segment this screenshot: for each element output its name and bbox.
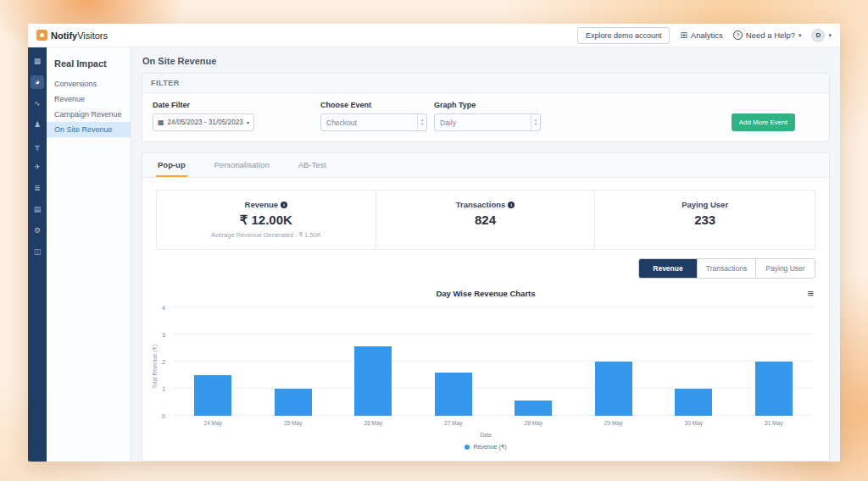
user-menu[interactable]: D ▾ — [811, 29, 832, 42]
image-icon[interactable]: ▤ — [31, 202, 44, 216]
chart-context-menu-icon[interactable]: ≡ — [807, 287, 814, 300]
plot-area: 01234 — [173, 307, 814, 416]
sidebar-item-campaign-revenue[interactable]: Campaign Revenue — [47, 107, 131, 122]
metric-toggle-group: RevenueTransactionsPaying User — [638, 258, 815, 279]
toggle-transactions-button[interactable]: Transactions — [698, 259, 756, 278]
grid-icon[interactable]: ▦ — [31, 54, 44, 68]
x-tick-label: 26 May — [333, 420, 414, 426]
settings-icon[interactable]: ⚙ — [31, 224, 44, 237]
sidebar-item-revenue[interactable]: Revenue — [47, 91, 131, 107]
tab-personalisation[interactable]: Personalisation — [213, 153, 271, 177]
bar-cell — [654, 307, 734, 416]
stat-label: Paying User — [602, 200, 808, 209]
trends-icon[interactable]: ∿ — [31, 97, 44, 110]
bar-cell — [414, 307, 494, 416]
bar[interactable] — [755, 362, 793, 416]
bar-chart: Total Revenue (₹) 01234 24 May25 May26 M… — [151, 307, 814, 426]
date-range-value: 24/05/2023 - 31/05/2023 — [168, 119, 243, 126]
topbar-actions: Explore demo account ⊞ Analytics ? Need … — [577, 27, 832, 44]
info-icon[interactable]: i — [508, 202, 515, 208]
graph-type-field: Graph Type Daily ▲▼ — [434, 101, 541, 131]
bar-cell — [333, 307, 414, 416]
page-title: On Site Revenue — [131, 47, 840, 73]
stat-transactions: Transactionsi824 — [376, 191, 596, 249]
x-tick-label: 28 May — [493, 420, 574, 426]
analytics-menu[interactable]: ⊞ Analytics — [680, 30, 722, 40]
stat-label: Transactionsi — [383, 200, 588, 209]
icon-rail: ▦◕∿♟╥✈≣▤⚙◫ — [28, 47, 47, 462]
users-icon[interactable]: ♟ — [31, 118, 44, 131]
logo[interactable]: NotifyVisitors — [36, 30, 108, 41]
filter-title: FILTER — [142, 74, 829, 93]
x-tick-label: 30 May — [654, 420, 734, 426]
report-tabs: Pop-upPersonalisationAB-Test — [142, 153, 829, 178]
event-select[interactable]: Checkout ▲▼ — [320, 113, 427, 131]
filter-panel: FILTER Date Filter ▦ 24/05/2023 - 31/05/… — [142, 73, 830, 142]
graph-type-label: Graph Type — [434, 101, 541, 109]
stat-revenue: Revenuei₹ 12.00KAverage Revenue Generate… — [157, 191, 376, 249]
sidebar-item-on-site-revenue[interactable]: On Site Revenue — [47, 122, 131, 137]
x-axis-label: Date — [142, 432, 829, 438]
x-tick-label: 29 May — [574, 420, 654, 426]
dashboard-icon[interactable]: ◕ — [31, 75, 44, 89]
x-tick-label: 27 May — [414, 420, 494, 426]
tab-ab-test[interactable]: AB-Test — [297, 153, 328, 177]
sidebar-title: Real Impact — [47, 47, 131, 76]
docs-icon[interactable]: ◫ — [31, 245, 44, 258]
stat-value: 824 — [383, 213, 588, 227]
help-label: Need a Help? — [746, 30, 795, 40]
graph-type-value: Daily — [440, 119, 456, 127]
choose-event-label: Choose Event — [320, 101, 427, 109]
help-menu[interactable]: ? Need a Help? ▾ — [733, 30, 802, 40]
bar[interactable] — [194, 375, 231, 416]
x-tick-label: 25 May — [253, 420, 334, 426]
x-axis-ticks: 24 May25 May26 May27 May28 May29 May30 M… — [173, 420, 814, 426]
choose-event-field: Choose Event Checkout ▲▼ — [320, 101, 427, 131]
toggle-paying-user-button[interactable]: Paying User — [756, 259, 815, 278]
chart-header: Day Wise Revenue Charts ≡ — [142, 289, 829, 301]
explore-demo-button[interactable]: Explore demo account — [577, 27, 670, 44]
metric-toggle-wrap: RevenueTransactionsPaying User — [156, 258, 815, 279]
caret-down-icon: ▾ — [247, 119, 249, 125]
list-icon[interactable]: ≣ — [31, 181, 44, 195]
analytics-label: Analytics — [691, 30, 723, 40]
bar[interactable] — [515, 401, 552, 416]
bar[interactable] — [435, 373, 472, 416]
y-tick-label: 1 — [162, 386, 165, 392]
legend-label: Revenue (₹) — [473, 444, 506, 451]
chart-title: Day Wise Revenue Charts — [142, 289, 829, 298]
logo-text: NotifyVisitors — [51, 30, 108, 41]
send-icon[interactable]: ✈ — [31, 160, 44, 174]
filter-body: Date Filter ▦ 24/05/2023 - 31/05/2023 ▾ … — [142, 93, 829, 141]
bar[interactable] — [275, 389, 312, 416]
select-stepper-icon: ▲▼ — [417, 114, 426, 130]
chart-legend[interactable]: Revenue (₹) — [142, 444, 829, 451]
sidebar-item-conversions[interactable]: Conversions — [47, 76, 131, 91]
event-select-value: Checkout — [326, 119, 357, 127]
sidebar: Real Impact ConversionsRevenueCampaign R… — [47, 47, 131, 462]
sitemap-icon[interactable]: ╥ — [31, 139, 44, 152]
bar[interactable] — [675, 389, 712, 416]
stat-paying-user: Paying User233 — [595, 191, 815, 249]
calendar-icon: ▦ — [158, 119, 164, 126]
app-window: NotifyVisitors Explore demo account ⊞ An… — [28, 24, 840, 462]
add-more-event-button[interactable]: Add More Event — [732, 113, 795, 131]
bar-cell — [734, 307, 815, 416]
sidebar-items: ConversionsRevenueCampaign RevenueOn Sit… — [47, 76, 131, 137]
y-tick-label: 3 — [162, 332, 165, 338]
select-stepper-icon: ▲▼ — [531, 114, 540, 130]
main-content: On Site Revenue FILTER Date Filter ▦ 24/… — [131, 47, 840, 462]
info-icon[interactable]: i — [281, 202, 287, 208]
avatar: D — [811, 29, 825, 42]
toggle-revenue-button[interactable]: Revenue — [639, 259, 698, 278]
bar-cell — [493, 307, 574, 416]
report-card: Pop-upPersonalisationAB-Test Revenuei₹ 1… — [142, 152, 830, 462]
tab-pop-up[interactable]: Pop-up — [156, 153, 187, 177]
apps-grid-icon: ⊞ — [680, 30, 687, 40]
bar[interactable] — [354, 346, 392, 416]
graph-type-select[interactable]: Daily ▲▼ — [434, 113, 541, 131]
bar[interactable] — [595, 362, 632, 416]
date-filter-field: Date Filter ▦ 24/05/2023 - 31/05/2023 ▾ — [153, 101, 254, 131]
date-range-picker[interactable]: ▦ 24/05/2023 - 31/05/2023 ▾ — [153, 113, 254, 131]
y-tick-label: 4 — [162, 305, 165, 311]
